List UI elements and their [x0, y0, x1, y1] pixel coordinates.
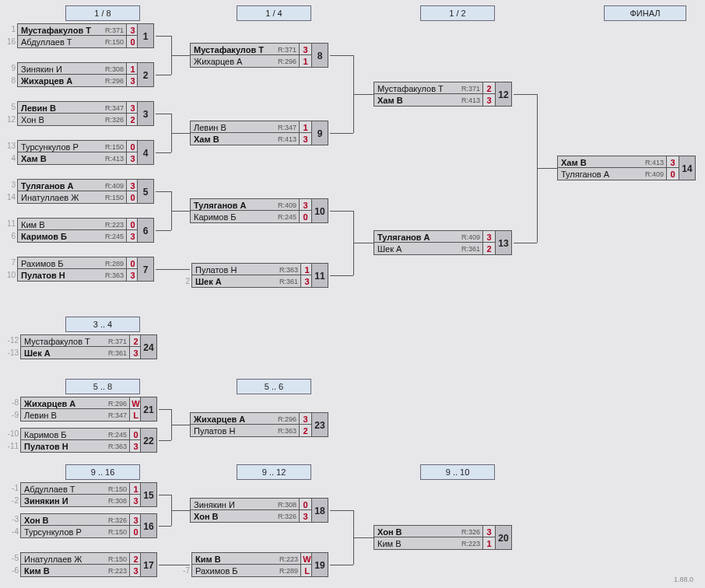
player-rating: R:245	[105, 230, 124, 243]
seed: -9	[0, 409, 20, 422]
player-name: Мустафакулов Т	[377, 84, 444, 93]
player-rating: R:347	[108, 409, 127, 422]
player-name: Зинякин И	[24, 496, 68, 506]
score: 3	[482, 94, 495, 107]
player-cell: Ким ВR:223	[20, 565, 129, 577]
match: -3Хон ВR:3263-4Турсункулов РR:150016	[0, 513, 142, 538]
match: Туляганов АR:4093Шек АR:361213	[374, 230, 495, 255]
player-name: Туляганов А	[21, 181, 74, 191]
player-cell: Жихарцев АR:296	[190, 412, 299, 425]
player-rating: R:223	[108, 565, 127, 577]
seed: -5	[0, 552, 20, 565]
player-name: Левин В	[194, 123, 226, 132]
player-cell: Каримов БR:245	[17, 230, 126, 243]
bracket-connector	[156, 36, 171, 37]
player-cell: Шек АR:361	[374, 243, 482, 255]
player-cell: Жихарцев АR:296	[190, 55, 299, 68]
player-rating: R:289	[279, 565, 298, 577]
player-rating: R:361	[108, 347, 127, 359]
bracket-connector	[159, 495, 171, 495]
player-cell: Ким ВR:223	[374, 537, 482, 550]
round-header: 9 .. 16	[65, 464, 140, 480]
player-rating: R:223	[279, 553, 298, 565]
player-rating: R:409	[461, 231, 480, 243]
match-number: 21	[140, 397, 157, 422]
player-cell: Ким ВR:223	[17, 218, 126, 230]
player-cell: Хам ВR:413	[190, 133, 299, 145]
player-name: Ким В	[195, 555, 221, 564]
match-number: 17	[140, 552, 157, 577]
player-rating: R:361	[461, 243, 480, 255]
score: 3	[299, 510, 311, 523]
seed: 13	[3, 140, 17, 152]
player-name: Каримов Б	[24, 430, 67, 439]
seed: 4	[3, 152, 17, 165]
player-rating: R:409	[645, 168, 664, 180]
match-number: 2	[137, 62, 154, 87]
match: 11Ким ВR:22306Каримов БR:24536	[3, 218, 139, 243]
player-name: Пулатов Н	[21, 271, 65, 280]
player-name: Ким В	[21, 220, 45, 229]
player-rating: R:409	[105, 180, 124, 192]
player-name: Хам В	[21, 154, 47, 163]
player-name: Инатуллаев Ж	[21, 193, 79, 202]
player-cell: Мустафакулов ТR:371	[190, 43, 299, 55]
seed: 1	[3, 23, 17, 36]
seed: 3	[3, 179, 17, 191]
player-name: Мустафакулов Т	[194, 45, 264, 54]
player-cell: Каримов БR:245	[20, 428, 129, 440]
player-name: Туляганов А	[561, 170, 609, 179]
player-name: Мустафакулов Т	[24, 337, 90, 346]
match-number: 3	[137, 101, 154, 126]
player-name: Ким В	[24, 566, 50, 576]
player-name: Хон В	[21, 115, 44, 124]
player-rating: R:413	[278, 133, 296, 145]
player-cell: Туляганов АR:409	[17, 179, 126, 191]
player-cell: Хон ВR:326	[190, 510, 299, 523]
player-cell: Ким ВR:223	[191, 552, 300, 565]
match-number: 22	[140, 428, 157, 453]
player-cell: Хам ВR:413	[17, 152, 126, 165]
player-name: Хон В	[24, 516, 49, 525]
player-name: Хон В	[194, 512, 219, 521]
score: 0	[299, 498, 311, 510]
player-name: Хон В	[377, 527, 402, 537]
player-rating: R:150	[105, 141, 124, 153]
match: 7Рахимов БR:289010Пулатов НR:36337	[3, 257, 139, 282]
player-rating: R:363	[105, 269, 124, 282]
match-number: 19	[311, 552, 328, 577]
player-name: Левин В	[24, 411, 57, 420]
player-cell: Левин ВR:347	[190, 121, 299, 133]
player-name: Мустафакулов Т	[21, 26, 91, 35]
match-number: 18	[311, 498, 328, 523]
bracket-connector	[330, 275, 353, 276]
match: -12Мустафакулов ТR:3712-13Шек АR:361324	[0, 334, 142, 359]
player-rating: R:363	[278, 425, 296, 437]
player-rating: R:308	[108, 495, 127, 507]
player-name: Абдуллаев Т	[24, 485, 75, 494]
player-rating: R:308	[105, 63, 124, 75]
player-name: Жихарцев А	[21, 76, 72, 86]
score: 0	[299, 211, 311, 223]
player-cell: Зинякин ИR:308	[20, 495, 129, 507]
player-name: Пулатов Н	[24, 442, 68, 451]
score: 0	[666, 168, 679, 180]
match: -8Жихарцев АR:296W-9Левин ВR:347L21	[0, 397, 142, 422]
player-rating: R:361	[279, 275, 298, 288]
bracket-connector	[537, 168, 557, 169]
player-rating: R:371	[108, 335, 127, 348]
bracket-connector	[514, 94, 537, 95]
player-rating: R:150	[105, 191, 124, 204]
match-number: 11	[311, 263, 328, 288]
seed: 9	[3, 62, 17, 75]
match-number: 16	[140, 513, 157, 538]
seed: 11	[3, 218, 17, 230]
bracket-connector	[171, 133, 190, 134]
player-cell: Пулатов НR:363	[191, 263, 300, 275]
round-header: 3 .. 4	[65, 317, 140, 332]
bracket-connector	[330, 133, 353, 134]
player-rating: R:245	[108, 429, 127, 441]
match-number: 10	[311, 198, 328, 223]
match: Пулатов НR:36312Шек АR:361311	[174, 263, 313, 288]
player-cell: Жихарцев АR:296	[20, 397, 129, 409]
